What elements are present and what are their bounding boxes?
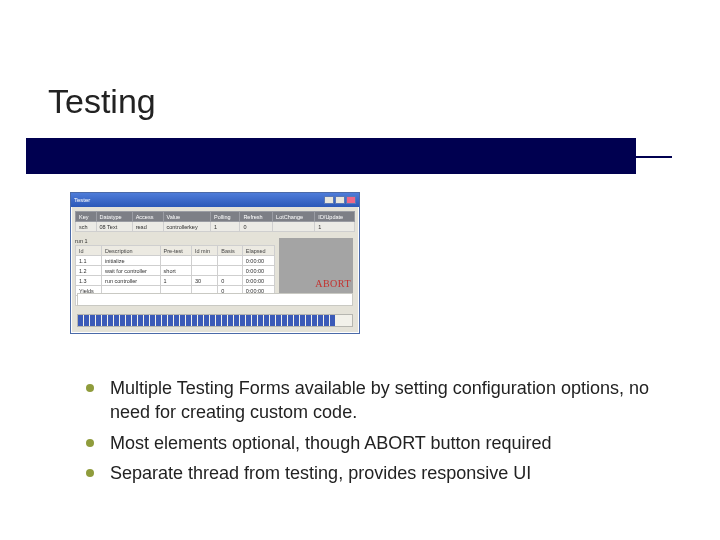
list-item: Separate thread from testing, provides r… — [86, 461, 672, 485]
col-header: LotChange — [273, 212, 315, 222]
close-icon[interactable] — [346, 196, 356, 204]
app-screenshot: Tester Key Datatype Access Value Polling… — [70, 192, 360, 334]
list-item: Most elements optional, though ABORT but… — [86, 431, 672, 455]
minimize-icon[interactable] — [324, 196, 334, 204]
maximize-icon[interactable] — [335, 196, 345, 204]
col-header: Key — [76, 212, 97, 222]
table-row: sch 08 Text read controllerkey 1 0 1 — [76, 222, 355, 232]
title-rule-tail — [636, 156, 672, 158]
progress-bar — [77, 314, 353, 327]
table-row: 1.2wait for controllershort0:00:00 — [76, 266, 275, 276]
window-title: Tester — [74, 197, 90, 203]
col-header: Access — [132, 212, 163, 222]
title-rule — [26, 138, 636, 174]
col-header: Value — [163, 212, 211, 222]
titlebar: Tester — [71, 193, 359, 207]
status-bar — [77, 293, 353, 306]
table-row: 1.3run controller13000:00:00 — [76, 276, 275, 286]
run-label: run 1 — [75, 238, 275, 244]
col-header: Datatype — [96, 212, 132, 222]
config-grid: Key Datatype Access Value Polling Refres… — [75, 211, 355, 232]
col-header: ID/Update — [315, 212, 355, 222]
col-header: Polling — [211, 212, 240, 222]
slide-title: Testing — [48, 82, 156, 121]
table-row: 1.1initialize0:00:00 — [76, 256, 275, 266]
abort-button[interactable]: ABORT — [315, 278, 351, 289]
bullet-list: Multiple Testing Forms available by sett… — [86, 376, 672, 491]
col-header: Refresh — [240, 212, 273, 222]
list-item: Multiple Testing Forms available by sett… — [86, 376, 672, 425]
